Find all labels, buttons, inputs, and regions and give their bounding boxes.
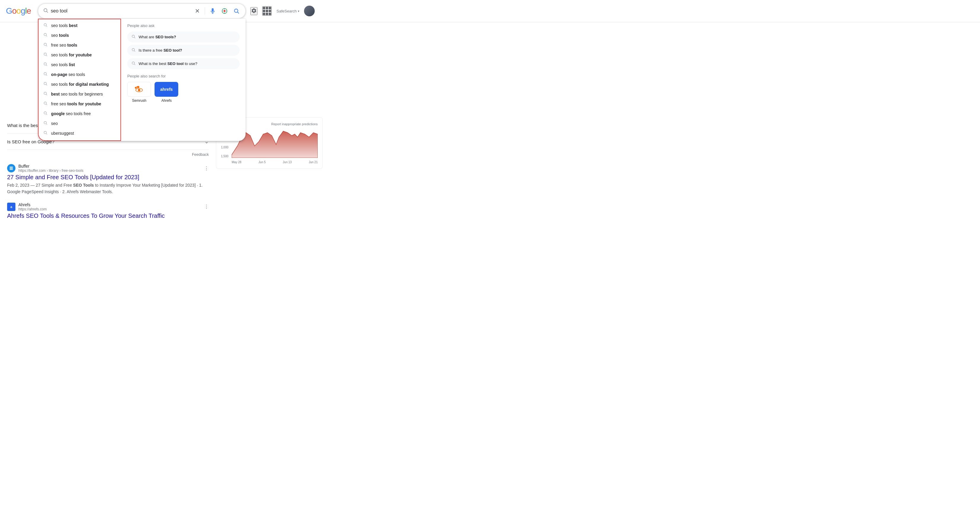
svg-point-38	[135, 87, 137, 89]
search-icon-left	[43, 8, 48, 14]
suggestion-item[interactable]: seo tools for youtube	[38, 50, 121, 60]
chart-x-labels: May 28 Jun 5 Jun 13 Jun 21	[232, 161, 318, 164]
search-bar-wrapper: ✕	[38, 3, 246, 18]
svg-line-19	[46, 84, 47, 86]
suggestion-item[interactable]: seo tools for digital marketing	[38, 79, 121, 89]
svg-line-17	[46, 75, 47, 76]
suggestion-item[interactable]: seo tools best	[38, 21, 121, 30]
result-source: a Ahrefs https://ahrefs.com ⋮	[7, 202, 209, 211]
clear-button[interactable]: ✕	[194, 6, 201, 16]
suggestion-search-icon	[43, 91, 48, 96]
result-more-button[interactable]: ⋮	[204, 204, 209, 210]
svg-point-12	[44, 53, 46, 55]
svg-point-24	[44, 111, 46, 114]
svg-line-31	[134, 37, 135, 38]
svg-line-5	[238, 12, 239, 14]
suggestion-item[interactable]: seo	[38, 118, 121, 128]
safe-search-label: SafeSearch	[277, 9, 297, 13]
suggestion-item[interactable]: google seo tools free	[38, 108, 121, 118]
suggestion-search-icon	[43, 81, 48, 87]
people-also-search-title: People also search for	[127, 74, 240, 78]
svg-line-9	[46, 36, 47, 37]
suggestion-text: seo	[51, 121, 116, 126]
ask-item-text: Is there a free SEO tool?	[138, 48, 182, 53]
chart-x-label: Jun 13	[283, 161, 291, 164]
ahrefs-name: Ahrefs	[161, 99, 172, 103]
semrush-chip[interactable]: Semrush	[127, 82, 151, 103]
suggestion-item[interactable]: best seo tools for beginners	[38, 89, 121, 99]
header: Google ✕	[0, 0, 980, 22]
ahrefs-logo: ahrefs	[154, 82, 178, 97]
suggestion-search-icon	[43, 43, 48, 48]
suggestion-text: seo tools for youtube	[51, 53, 116, 57]
user-avatar[interactable]	[304, 6, 315, 16]
svg-line-29	[46, 134, 47, 134]
safe-search-toggle[interactable]: SafeSearch ▾	[277, 9, 299, 13]
search-input[interactable]	[51, 8, 191, 14]
svg-line-13	[46, 55, 47, 56]
autocomplete-right-panel: People also ask What are SEO tools? Is t…	[121, 19, 246, 141]
ahrefs-source-icon: a	[7, 203, 16, 211]
suggestion-item[interactable]: seo tools list	[38, 60, 121, 69]
svg-rect-39	[10, 167, 13, 168]
svg-point-34	[132, 62, 135, 64]
suggestion-text: free seo tools	[51, 43, 116, 48]
ask-item[interactable]: What are SEO tools?	[127, 32, 240, 43]
svg-point-0	[44, 9, 47, 12]
lens-button[interactable]	[220, 7, 229, 15]
ask-search-icon	[131, 48, 135, 53]
result-title-link[interactable]: 27 Simple and Free SEO Tools [Updated fo…	[7, 174, 209, 181]
search-submit-button[interactable]	[232, 7, 240, 15]
settings-button[interactable]	[250, 7, 258, 15]
feedback-text[interactable]: Feedback	[7, 152, 209, 157]
apps-grid-icon	[263, 7, 271, 15]
snippet-before: — 27 Simple and Free	[30, 183, 73, 188]
svg-point-26	[44, 121, 46, 124]
svg-line-21	[46, 94, 47, 95]
svg-line-25	[46, 114, 47, 115]
ask-item[interactable]: Is there a free SEO tool?	[127, 45, 240, 56]
source-name: Ahrefs	[18, 202, 46, 207]
suggestion-item[interactable]: seo tools	[38, 30, 121, 40]
suggestion-text: free seo tools for youtube	[51, 102, 116, 106]
suggestion-item[interactable]: on-page seo tools	[38, 69, 121, 79]
ask-item[interactable]: What is the best SEO tool to use?	[127, 58, 240, 69]
ahrefs-chip[interactable]: ahrefs Ahrefs	[154, 82, 178, 103]
chart-x-label: Jun 21	[309, 161, 318, 164]
suggestion-item[interactable]: ubersuggest	[38, 128, 121, 138]
suggestion-text: ubersuggest	[51, 131, 116, 135]
ask-item-text: What is the best SEO tool to use?	[138, 61, 197, 66]
google-logo: Google	[6, 6, 31, 16]
voice-search-button[interactable]	[208, 7, 217, 15]
chart-x-label: May 28	[232, 161, 242, 164]
svg-line-27	[46, 124, 47, 125]
svg-line-23	[46, 104, 47, 105]
chart-y-label: 1,500	[221, 154, 231, 158]
snippet-bold: SEO Tools	[73, 183, 94, 188]
search-divider	[205, 7, 205, 14]
suggestion-search-icon	[43, 23, 48, 28]
buffer-source-icon	[7, 164, 16, 172]
apps-button[interactable]	[262, 6, 272, 16]
autocomplete-dropdown: seo tools best seo tools free seo tools	[38, 18, 246, 141]
svg-point-16	[44, 72, 46, 75]
svg-point-30	[132, 35, 135, 37]
result-title-link[interactable]: Ahrefs SEO Tools & Resources To Grow You…	[7, 212, 209, 219]
svg-point-6	[44, 24, 46, 26]
suggestion-item[interactable]: free seo tools for youtube	[38, 99, 121, 108]
suggestion-search-icon	[43, 52, 48, 57]
svg-line-35	[134, 64, 135, 65]
suggestion-search-icon	[43, 101, 48, 106]
suggestion-text: best seo tools for beginners	[51, 92, 116, 96]
chart-y-label: 1,000	[221, 146, 231, 149]
svg-line-1	[47, 11, 48, 13]
source-name: Buffer	[18, 164, 83, 169]
suggestion-text: seo tools list	[51, 62, 116, 67]
source-info: Ahrefs https://ahrefs.com	[18, 202, 46, 211]
svg-point-18	[44, 82, 46, 84]
suggestion-item[interactable]: free seo tools	[38, 40, 121, 50]
svg-point-4	[235, 9, 238, 13]
svg-rect-41	[10, 169, 13, 170]
suggestion-text: seo tools	[51, 33, 116, 38]
result-more-button[interactable]: ⋮	[204, 166, 209, 171]
